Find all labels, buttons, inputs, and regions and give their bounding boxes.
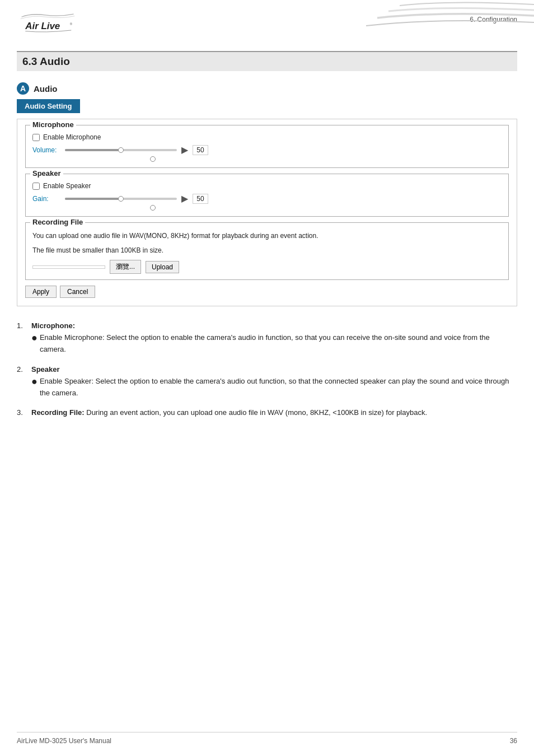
gain-value: 50	[193, 194, 208, 204]
gain-slider-container	[65, 198, 177, 200]
apply-button[interactable]: Apply	[25, 286, 57, 298]
desc-item1-title: Microphone:	[31, 321, 75, 330]
enable-microphone-row: Enable Microphone	[32, 133, 502, 141]
microphone-group: Microphone Enable Microphone Volume: ▶	[25, 125, 509, 168]
upload-button[interactable]: Upload	[146, 261, 179, 273]
cancel-button[interactable]: Cancel	[60, 286, 95, 298]
gain-fill	[65, 198, 121, 200]
logo-area: Air Live ®	[17, 10, 78, 41]
gain-row: Gain: ▶ 50	[32, 193, 502, 204]
section-title-bar: 6.3 Audio	[17, 51, 517, 71]
desc-item-speaker: 2. Speaker ● Enable Speaker: Select the …	[17, 363, 517, 402]
footer-right: 36	[510, 737, 517, 745]
file-input-display	[32, 265, 105, 269]
header: Air Live ® 6. Configuration	[0, 0, 534, 41]
speaker-group-title: Speaker	[30, 169, 63, 178]
enable-microphone-label: Enable Microphone	[43, 133, 101, 141]
speaker-group: Speaker Enable Speaker Gain: ▶ 50	[25, 174, 509, 217]
recording-group-title: Recording File	[30, 218, 85, 226]
browse-button[interactable]: 瀏覽...	[110, 260, 141, 274]
airlive-logo: Air Live ®	[17, 10, 78, 41]
bullet-dot-2: ●	[31, 376, 38, 388]
main-content: A Audio Audio Setting Microphone Enable …	[0, 82, 534, 419]
footer: AirLive MD-3025 User's Manual 36	[17, 732, 517, 745]
speaker-content: Enable Speaker Gain: ▶ 50	[32, 182, 502, 211]
recording-desc-2: The file must be smaller than 100KB in s…	[32, 245, 502, 255]
file-upload-row: 瀏覽... Upload	[32, 260, 502, 274]
recording-group: Recording File You can upload one audio …	[25, 222, 509, 280]
microphone-content: Enable Microphone Volume: ▶ 50	[32, 133, 502, 162]
volume-value: 50	[193, 145, 208, 155]
desc-item-microphone: 1. Microphone: ● Enable Microphone: Sele…	[17, 320, 517, 358]
volume-row: Volume: ▶ 50	[32, 144, 502, 155]
desc-item2-bullet1-text: Enable Speaker: Select the option to ena…	[40, 376, 517, 399]
desc-item2-title: Speaker	[31, 365, 60, 374]
desc-item3-number: 3.	[17, 408, 23, 417]
desc-item1-bullet1-text: Enable Microphone: Select the option to …	[40, 332, 517, 356]
desc-item3-title: Recording File:	[31, 408, 85, 417]
volume-arrow: ▶	[181, 144, 188, 155]
gain-track	[65, 198, 177, 200]
volume-slider-container	[65, 149, 177, 151]
audio-setting-tab[interactable]: Audio Setting	[17, 99, 80, 113]
description-section: 1. Microphone: ● Enable Microphone: Sele…	[17, 320, 517, 419]
bullet-dot-1: ●	[31, 332, 38, 344]
desc-item2-bullet1: ● Enable Speaker: Select the option to e…	[31, 376, 517, 399]
volume-fill	[65, 149, 121, 151]
desc-item-recording: 3. Recording File: During an event actio…	[17, 407, 517, 419]
footer-left: AirLive MD-3025 User's Manual	[17, 737, 111, 745]
desc-item1-bullet1: ● Enable Microphone: Select the option t…	[31, 332, 517, 356]
header-breadcrumb: 6. Configuration	[470, 10, 517, 24]
svg-text:Air Live: Air Live	[25, 21, 60, 31]
enable-speaker-row: Enable Speaker	[32, 182, 502, 190]
panel-header: A Audio	[17, 82, 517, 95]
volume-label: Volume:	[32, 146, 60, 154]
panel-title: Audio	[34, 84, 58, 94]
panel-box: Microphone Enable Microphone Volume: ▶	[17, 119, 517, 306]
svg-text:®: ®	[70, 23, 73, 26]
desc-item2-number: 2.	[17, 365, 23, 374]
recording-desc-1: You can upload one audio file in WAV(MON…	[32, 231, 502, 241]
audio-icon: A	[17, 82, 29, 95]
section-title: 6.3 Audio	[22, 55, 512, 68]
slider-handle-indicator	[150, 156, 156, 162]
enable-speaker-label: Enable Speaker	[43, 182, 91, 190]
enable-speaker-checkbox[interactable]	[32, 183, 40, 190]
volume-track	[65, 149, 177, 151]
gain-label: Gain:	[32, 195, 60, 203]
gain-arrow: ▶	[181, 193, 188, 204]
desc-item3-text: During an event action, you can upload o…	[86, 408, 427, 417]
recording-content: You can upload one audio file in WAV(MON…	[32, 231, 502, 274]
gain-slider-handle-indicator	[150, 205, 156, 211]
action-buttons: Apply Cancel	[25, 286, 509, 298]
volume-thumb[interactable]	[118, 147, 124, 153]
desc-item1-number: 1.	[17, 321, 23, 330]
microphone-group-title: Microphone	[30, 120, 76, 129]
decorative-swoosh	[366, 0, 534, 34]
enable-microphone-checkbox[interactable]	[32, 134, 40, 141]
gain-thumb[interactable]	[118, 196, 124, 202]
